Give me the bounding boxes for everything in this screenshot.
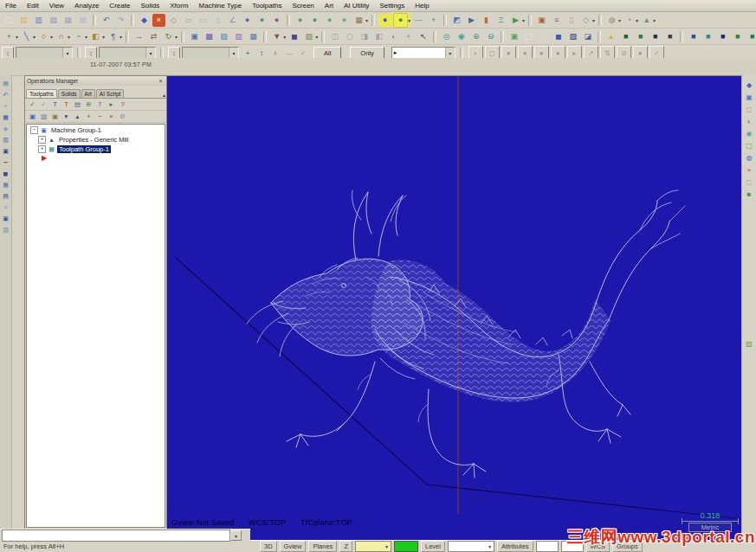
current-color-swatch[interactable] bbox=[394, 541, 418, 552]
solids-fillet-icon[interactable]: ▦ bbox=[247, 30, 260, 43]
file-merge-icon[interactable]: ▧ bbox=[47, 14, 60, 27]
analyze-chain-icon[interactable]: ● bbox=[241, 14, 254, 27]
level-manager-icon[interactable]: ▲ bbox=[640, 14, 653, 27]
screen-blank-icon[interactable]: ▯ bbox=[565, 14, 578, 27]
menu-art[interactable]: Art bbox=[320, 1, 339, 10]
attribute-field-1[interactable] bbox=[536, 541, 559, 552]
toolpath-contour-dropdown-icon[interactable]: ▾ bbox=[315, 34, 318, 40]
statusbar-level-button[interactable]: Level bbox=[421, 541, 445, 552]
collapse-all-icon[interactable]: − bbox=[95, 112, 105, 121]
xform-rotate-dropdown-icon[interactable]: ▾ bbox=[175, 34, 178, 40]
shade-settings-icon[interactable]: ◪ bbox=[581, 30, 594, 43]
tab-solids[interactable]: Solids bbox=[58, 89, 81, 98]
view-front-icon[interactable]: ◻ bbox=[343, 30, 356, 43]
toolpath-contour-icon[interactable]: ▧ bbox=[302, 30, 315, 43]
zoom-target-right-icon[interactable]: ▣ bbox=[744, 92, 754, 102]
create-drafting-dropdown-icon[interactable]: ▾ bbox=[120, 34, 122, 40]
view-rotate-icon[interactable]: ◐ bbox=[387, 30, 400, 43]
menu-file[interactable]: File bbox=[0, 1, 22, 10]
menu-edit[interactable]: Edit bbox=[22, 1, 44, 10]
analyze-area-icon[interactable]: ▭ bbox=[197, 14, 210, 27]
autocursor-z-dropdown-icon[interactable]: ▾ bbox=[229, 48, 238, 59]
mru-function-combo[interactable] bbox=[2, 530, 230, 542]
print-icon[interactable]: ▦ bbox=[61, 14, 74, 27]
run-addin-dropdown-icon[interactable]: ▾ bbox=[522, 17, 525, 23]
create-line-icon[interactable]: ╲ bbox=[20, 30, 33, 43]
level-cyan-icon[interactable]: ■ bbox=[701, 30, 714, 43]
verify-3-icon[interactable]: ● bbox=[323, 14, 336, 27]
create-fillet-icon[interactable]: ∩ bbox=[55, 30, 68, 43]
solids-loft-icon[interactable]: ▥ bbox=[232, 30, 245, 43]
wireframe-display-icon[interactable]: ▨ bbox=[566, 30, 579, 43]
tree-expand-icon[interactable]: + bbox=[38, 145, 46, 153]
viewsheets-icon[interactable]: ≡ bbox=[550, 14, 563, 27]
analyze-dynamic-icon[interactable]: ▯ bbox=[211, 14, 224, 27]
dock-level-icon[interactable]: ▥ bbox=[1, 225, 10, 234]
disable-posting-icon[interactable]: ⊘ bbox=[118, 112, 127, 121]
apply-check-icon[interactable]: ✓ bbox=[297, 47, 309, 59]
zoom-window-right-icon[interactable]: ◆ bbox=[744, 80, 754, 90]
screen-combine-dropdown-icon[interactable]: ▾ bbox=[592, 17, 595, 23]
blank-toolpath-icon[interactable]: ▨ bbox=[39, 112, 48, 121]
ai-run-blue-icon[interactable]: ● bbox=[378, 14, 391, 27]
tree-expand-icon[interactable]: − bbox=[30, 126, 38, 134]
tree-item-toolpath-group-1[interactable]: +▦Toolpath Group-1 bbox=[27, 144, 165, 154]
dock-sheet-icon[interactable]: ▤ bbox=[1, 191, 10, 201]
insert-arrow-marker[interactable]: ▶ bbox=[42, 154, 165, 162]
dock-mesh-icon[interactable]: ▦ bbox=[1, 180, 10, 189]
repaint-icon[interactable]: ▢ bbox=[522, 30, 535, 43]
autocursor-y-dropdown-icon[interactable]: ▾ bbox=[145, 48, 155, 59]
material-green-1-icon[interactable]: ■ bbox=[619, 30, 632, 43]
level-dropdown-icon[interactable]: ▾ bbox=[486, 543, 494, 549]
z-depth-field[interactable]: ▾ bbox=[355, 541, 391, 552]
menu-ai-utility[interactable]: AI Utility bbox=[339, 1, 374, 10]
expand-all-icon[interactable]: + bbox=[84, 112, 94, 121]
groups-manager-icon[interactable]: ◍ bbox=[605, 14, 618, 27]
zoom-window-icon[interactable]: ◎ bbox=[440, 30, 453, 43]
lock-toolpath-icon[interactable]: ▣ bbox=[50, 112, 60, 121]
material-dark-2-icon[interactable]: ■ bbox=[663, 30, 676, 43]
statusbar-attributes-button[interactable]: Attributes bbox=[497, 541, 533, 552]
mru-dropdown-icon[interactable]: ▾ bbox=[230, 530, 242, 541]
menu-toolpaths[interactable]: Toolpaths bbox=[247, 1, 287, 10]
dynamic-rotate-icon[interactable]: ◍ bbox=[744, 152, 754, 163]
level-navy-icon[interactable]: ■ bbox=[716, 30, 729, 43]
select-all-operations-icon[interactable]: ✓ bbox=[28, 99, 37, 109]
wcs-select-icon[interactable]: Ξ bbox=[494, 14, 507, 27]
xform-dynamic-icon[interactable]: + bbox=[242, 47, 254, 59]
dock-file-tab-icon[interactable]: ▤ bbox=[1, 79, 10, 88]
post-operations-icon[interactable]: ▸ bbox=[107, 99, 116, 109]
tab-art[interactable]: Art bbox=[81, 89, 95, 98]
lock-parameters-icon[interactable]: T bbox=[95, 99, 105, 109]
create-fillet-dropdown-icon[interactable]: ▾ bbox=[68, 34, 70, 40]
level-teal-icon[interactable]: ■ bbox=[746, 30, 756, 43]
repaint-right-icon[interactable]: ◻ bbox=[744, 177, 754, 187]
dock-view-icon[interactable]: ▥ bbox=[1, 135, 10, 144]
create-surface-icon[interactable]: ◧ bbox=[89, 30, 102, 43]
undo-icon[interactable]: ↶ bbox=[100, 14, 113, 27]
screen-grid-icon[interactable]: ▦ bbox=[352, 14, 365, 27]
cursor-icon[interactable]: ↖ bbox=[417, 30, 430, 43]
create-surface-dropdown-icon[interactable]: ▾ bbox=[102, 34, 105, 40]
view-side-icon[interactable]: ◨ bbox=[358, 30, 371, 43]
screen-grid-dropdown-icon[interactable]: ▾ bbox=[365, 17, 368, 23]
all-button[interactable]: All bbox=[313, 47, 341, 59]
menu-view[interactable]: View bbox=[44, 1, 69, 10]
create-drafting-icon[interactable]: ¶ bbox=[107, 30, 120, 43]
operations-manager-titlebar[interactable]: Operations Manager × bbox=[25, 76, 166, 86]
move-insert-down-icon[interactable]: ▾ bbox=[61, 112, 71, 121]
create-point-dropdown-icon[interactable]: ▾ bbox=[16, 34, 18, 40]
material-green-2-icon[interactable]: ■ bbox=[634, 30, 647, 43]
create-line-dropdown-icon[interactable]: ▾ bbox=[33, 34, 36, 40]
run-addin-icon[interactable]: ▶ bbox=[509, 14, 522, 27]
verify-1-icon[interactable]: ● bbox=[294, 14, 307, 27]
level-blue-icon[interactable]: ■ bbox=[687, 30, 700, 43]
wireframe-dragon-model[interactable] bbox=[167, 76, 743, 542]
create-arc-icon[interactable]: ○ bbox=[37, 30, 50, 43]
pick-reference-icon[interactable]: ∧ bbox=[269, 47, 281, 59]
zoom-out-icon[interactable]: ⊖ bbox=[484, 30, 497, 43]
xform-mirror-icon[interactable]: ⇄ bbox=[147, 30, 160, 43]
clear-colors-icon[interactable]: × bbox=[744, 164, 754, 175]
menu-solids[interactable]: Solids bbox=[135, 1, 165, 10]
solids-revolve-icon[interactable]: ▩ bbox=[203, 30, 216, 43]
